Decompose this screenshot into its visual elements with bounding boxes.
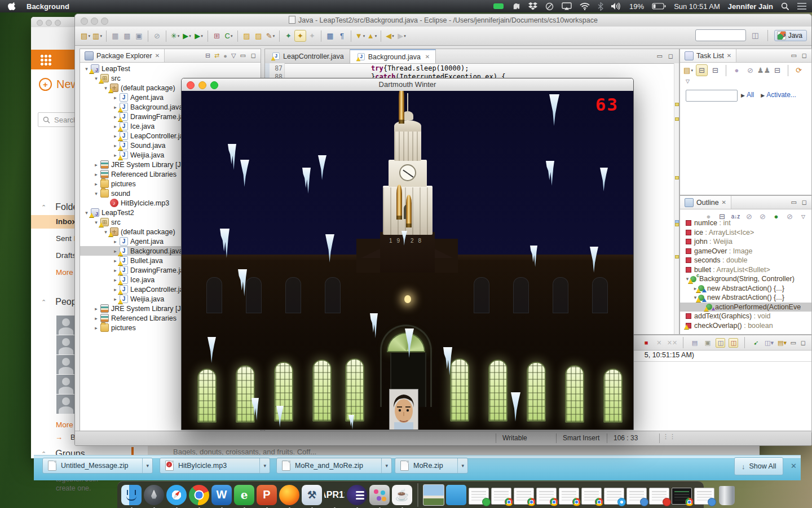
browser-close-button[interactable] [37,20,43,26]
skip-breakpoints-icon[interactable]: ⊘ [151,30,163,42]
outline-item-ice[interactable]: ice : ArrayList<Ice> [680,228,811,238]
outline-item-background-string-controller-[interactable]: ▾Background(String, Controller) [680,274,811,284]
expand-arrow-icon[interactable]: ▸ [112,143,118,148]
task-list-tab[interactable]: Task List ✕ [680,49,736,62]
minimize-view-icon[interactable]: ▭ [240,52,246,59]
print-icon[interactable]: ▣ [133,30,145,42]
download-menu-caret[interactable]: ▾ [457,458,467,473]
tree-item-leaptest[interactable]: ▾LeapTest [80,64,261,73]
debug-icon[interactable]: ✳▾ [169,30,181,42]
activate-task-link[interactable]: ▶Activate... [761,91,796,99]
view-dropdown-icon[interactable]: ▽ [231,52,236,59]
expand-arrow-icon[interactable]: ▸ [112,277,118,283]
game-titlebar[interactable]: Dartmouth Winter [182,78,633,91]
expand-arrow-icon[interactable]: ▸ [112,124,118,129]
categorized-view-icon[interactable]: ⊟ [696,64,708,76]
collapse-all-icon[interactable]: ⊟ [205,52,210,59]
view-dropdown-icon[interactable]: ▽ [686,78,690,84]
outline-item-new-abstractaction-[interactable]: ▸new AbstractAction() {...} [680,284,811,294]
outline-item-actionperformed-actioneve[interactable]: actionPerformed(ActionEve [680,303,811,312]
expand-arrow-icon[interactable]: ▸ [93,306,99,312]
link-editor-icon[interactable]: ⇄ [214,52,219,59]
open-folder-icon[interactable]: ▨ [241,30,253,42]
outline-item-seconds[interactable]: seconds : double [680,256,811,265]
expand-arrow-icon[interactable]: ▸ [112,287,118,292]
annotate-pencil-icon[interactable]: ✎▾ [264,30,276,42]
open-console-icon[interactable]: ▤▾ [777,338,787,348]
eclipse-titlebar[interactable]: Java - LeapTest2/src/Background.java - E… [75,14,811,27]
expand-arrow-icon[interactable]: ▸ [112,104,118,110]
close-view-icon[interactable]: ✕ [155,52,160,59]
expand-arrow-icon[interactable]: ▸ [112,268,118,273]
show-console-on-out-icon[interactable]: ◫ [716,338,725,348]
dock-window-thumb[interactable] [671,485,692,505]
close-view-icon[interactable]: ✕ [722,199,726,205]
outline-item-new-abstractaction-[interactable]: ▾new AbstractAction() {...} [680,293,811,303]
show-whitespace-icon[interactable]: ¶ [336,30,348,42]
expand-arrow-icon[interactable]: ▸ [93,325,99,331]
dock-window-thumb[interactable] [694,485,715,505]
outline-item-john[interactable]: john : Weijia [680,237,811,247]
outline-item-gameover[interactable]: gameOver : Image [680,247,811,256]
menu-clock[interactable]: Sun 10:51 AM [674,2,720,11]
airplay-display-icon[interactable] [562,2,572,10]
coverage-icon[interactable]: ✦ [283,30,294,42]
expand-arrow-icon[interactable]: ▸ [93,181,99,187]
run-last-icon[interactable]: ▶▾ [193,30,205,42]
download-menu-caret[interactable]: ▾ [259,458,270,473]
avatar[interactable] [56,316,76,335]
expand-arrow-icon[interactable]: ▾ [103,229,109,235]
focus-icon[interactable]: ● [731,64,743,76]
download-item-more-and-more-zip[interactable]: MoRe_and_MoRe.zip▾ [276,458,392,474]
volume-icon[interactable] [611,2,621,10]
dock-window-thumb[interactable] [648,485,670,505]
scroll-lock-icon[interactable]: ▣ [703,338,712,348]
dock-window-thumb[interactable] [513,485,535,505]
dock-media-box[interactable] [369,485,390,505]
dock-window-thumb[interactable] [603,485,625,505]
view-menu-icon[interactable]: ● [223,52,227,59]
search-flashlight-icon[interactable]: ✦ [294,30,306,42]
more-folders-link[interactable]: More [56,268,73,277]
new-junit-icon[interactable]: ⊞ [211,30,223,42]
close-view-icon[interactable]: ✕ [727,52,731,59]
expand-arrow-icon[interactable]: ▸ [112,296,118,302]
dock-window-thumb[interactable] [581,485,602,505]
browser-minimize-button[interactable] [46,20,52,26]
prev-annotation-icon[interactable]: ▲▾ [366,30,378,42]
active-app-name[interactable]: Background [27,2,69,11]
dock-eclipse[interactable] [346,485,368,505]
dock-downloads-folder[interactable] [445,485,467,505]
dock-chrome[interactable] [188,485,210,505]
sidebar-item-drafts[interactable]: Drafts [56,251,76,260]
dock-finder[interactable] [121,485,142,505]
browser-zoom-button[interactable] [55,20,61,26]
dock-window-thumb[interactable] [626,485,647,505]
show-table-icon[interactable]: ▦ [324,30,336,42]
expand-arrow-icon[interactable]: ▸ [112,152,118,158]
new-file-icon[interactable]: ▤▾ [80,30,91,42]
next-annotation-icon[interactable]: ▼▾ [354,30,366,42]
open-folder-2-icon[interactable]: ▨ [253,30,264,42]
forward-icon[interactable]: ▶▾ [396,30,408,42]
new-class-icon[interactable]: C▾ [223,30,235,42]
do-not-disturb-icon[interactable] [545,2,554,11]
download-menu-caret[interactable]: ▾ [142,458,152,473]
new-project-icon[interactable]: ▥▾ [91,30,103,42]
tab-leapcontroller[interactable]: LeapController.java [265,49,350,63]
dock-evernote[interactable]: e [233,485,255,505]
battery-icon[interactable] [652,3,666,10]
maximize-view-icon[interactable]: ◻ [801,339,807,347]
dock-trash[interactable] [716,485,738,505]
dock-word[interactable]: W [211,485,232,505]
avatar[interactable] [56,395,76,414]
outline-tab[interactable]: Outline ✕ [680,196,731,209]
open-perspective-icon[interactable]: ◫ [749,29,761,41]
new-mail-button[interactable]: + New [39,78,79,91]
more-people-link[interactable]: More [56,421,73,429]
app-launcher-icon[interactable] [40,54,51,65]
dock-launchpad[interactable] [143,485,165,505]
sidebar-item-inbox[interactable]: Inbox [56,217,76,226]
avatar[interactable] [56,375,76,394]
battery-app-icon[interactable] [493,3,504,10]
